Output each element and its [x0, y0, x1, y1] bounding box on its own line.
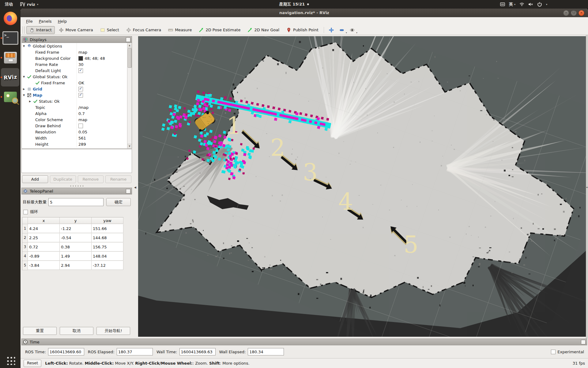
tool-measure[interactable]: Measure — [165, 26, 195, 34]
cell-x[interactable]: -0.89 — [28, 252, 60, 261]
tree-row[interactable]: ▼Map — [22, 92, 132, 98]
duplicate-button[interactable]: Duplicate — [50, 175, 76, 183]
property-value[interactable]: 289 — [78, 142, 86, 147]
teleop-panel-header[interactable]: TeleopPanel — [21, 188, 132, 194]
render-viewport[interactable]: 12345 — [138, 36, 586, 337]
goal-count-input[interactable] — [48, 198, 104, 206]
tree-row[interactable]: Color Schememap — [22, 117, 132, 123]
cell-yaw[interactable]: 144.68 — [92, 233, 123, 242]
cell-y[interactable]: 0.38 — [60, 243, 92, 251]
teleop-button-1[interactable]: 取消 — [60, 327, 93, 335]
property-value[interactable]: /map — [78, 105, 89, 110]
checkbox[interactable] — [78, 124, 83, 128]
expander-closed-icon[interactable]: ▶ — [23, 88, 27, 90]
tree-row[interactable]: Topic/map — [22, 104, 132, 110]
tree-row[interactable]: Width561 — [22, 135, 132, 141]
tool-2d-nav-goal[interactable]: 2D Nav Goal — [244, 26, 282, 34]
cell-x[interactable]: 4.24 — [28, 224, 60, 233]
tree-row[interactable]: Resolution0.05 — [22, 129, 132, 135]
panel-float-button[interactable] — [126, 189, 130, 194]
cell-yaw[interactable]: 156.75 — [92, 243, 123, 251]
collapse-panel-arrow-icon[interactable]: ◀ — [134, 186, 136, 189]
tree-row[interactable]: Height289 — [22, 141, 132, 147]
panel-float-button[interactable] — [581, 340, 586, 344]
tool-2d-pose-estimate[interactable]: 2D Pose Estimate — [196, 26, 243, 34]
tool-interact[interactable]: Interact — [26, 26, 55, 34]
property-value[interactable]: 0.05 — [78, 130, 87, 134]
property-value[interactable]: map — [78, 50, 87, 55]
volume-muted-icon[interactable] — [528, 2, 533, 7]
show-applications-icon[interactable] — [6, 355, 15, 365]
maximize-button[interactable] — [571, 10, 577, 16]
column-header-yaw[interactable]: yaw — [92, 217, 123, 224]
teleop-button-0[interactable]: 重置 — [23, 327, 57, 335]
cell-yaw[interactable]: 148.04 — [92, 252, 123, 261]
teleop-button-2[interactable]: 开始导航! — [96, 327, 130, 335]
cell-y[interactable]: 1.49 — [60, 252, 92, 261]
zoom-out-button[interactable]: ▾ — [337, 27, 346, 33]
input-language-switcher[interactable]: 英 ▾ — [509, 2, 515, 7]
activities-button[interactable]: 活动 — [3, 2, 15, 7]
expander-closed-icon[interactable]: ▶ — [29, 100, 33, 103]
time-field-input[interactable] — [117, 348, 153, 355]
tree-row[interactable]: Fixed FrameOK — [22, 80, 132, 86]
property-value[interactable]: map — [78, 117, 87, 122]
cell-x[interactable]: -3.84 — [28, 261, 60, 270]
add-button[interactable]: Add — [22, 175, 48, 183]
tool-focus-camera[interactable]: Focus Camera — [123, 26, 164, 34]
time-panel-header[interactable]: Time — [21, 339, 587, 345]
panel-float-button[interactable] — [126, 37, 130, 42]
panel-splitter-handle[interactable] — [70, 185, 84, 187]
right-dock-strip[interactable]: ◂ — [586, 35, 588, 339]
expander-open-icon[interactable]: ▼ — [23, 45, 27, 48]
property-value[interactable]: 30 — [78, 62, 84, 67]
dock-item-rviz[interactable]: RViz — [0, 67, 21, 87]
app-menu[interactable]: rviz ▾ — [20, 2, 38, 7]
visibility-button[interactable]: ▾ — [348, 27, 356, 33]
dock-item-image-viewer[interactable] — [0, 87, 21, 107]
cell-y[interactable]: -0.54 — [60, 233, 92, 242]
zoom-in-button[interactable] — [327, 27, 336, 33]
cell-x[interactable]: 2.25 — [28, 233, 60, 242]
scroll-down-icon[interactable]: ▼ — [127, 144, 132, 148]
time-field-input[interactable] — [248, 348, 284, 355]
cell-x[interactable]: 0.72 — [28, 243, 60, 251]
dock-item-terminal[interactable]: >_ — [0, 28, 21, 48]
tree-row[interactable]: Background Color48; 48; 48 — [22, 55, 132, 61]
time-field-input[interactable] — [179, 348, 216, 355]
wifi-icon[interactable] — [519, 2, 524, 7]
collapse-panel-arrow-icon[interactable]: ◂ — [586, 186, 587, 189]
power-icon[interactable] — [537, 2, 542, 7]
menu-item-file[interactable]: File — [23, 18, 36, 25]
confirm-button[interactable]: 确定 — [106, 198, 131, 206]
keyboard-indicator-icon[interactable] — [500, 2, 505, 7]
tree-row[interactable]: Draw Behind — [22, 123, 132, 129]
loop-checkbox[interactable] — [23, 210, 28, 214]
checkbox[interactable] — [78, 93, 83, 98]
tree-row[interactable]: ▼Global Status: Ok — [22, 74, 132, 80]
tree-row[interactable]: ▶Status: Ok — [22, 98, 132, 104]
tree-row[interactable]: Default Light — [22, 67, 132, 74]
toolbar-drag-handle[interactable] — [22, 27, 25, 33]
tree-scrollbar[interactable]: ▲ ▼ — [127, 43, 132, 148]
tree-row[interactable]: Fixed Framemap — [22, 49, 132, 55]
dock-item-firefox[interactable] — [0, 9, 21, 28]
tree-row[interactable]: ▶Grid — [22, 86, 132, 92]
minimize-button[interactable]: – — [563, 10, 569, 16]
reset-button[interactable]: Reset — [24, 360, 41, 367]
clock[interactable]: 星期五 15∶21 — [279, 0, 309, 9]
menu-item-help[interactable]: Help — [55, 18, 70, 25]
close-button[interactable]: ✕ — [579, 10, 584, 16]
tool-select[interactable]: Select — [97, 26, 122, 34]
column-header-x[interactable]: x — [28, 217, 60, 224]
tool-move-camera[interactable]: Move Camera — [56, 26, 96, 34]
window-titlebar[interactable]: navigation.rviz* - RViz – ✕ — [21, 9, 588, 17]
time-field-input[interactable] — [48, 348, 84, 355]
property-value[interactable]: 48; 48; 48 — [85, 56, 105, 61]
experimental-checkbox[interactable] — [551, 350, 556, 354]
dock-item-files[interactable] — [0, 48, 21, 67]
menu-item-panels[interactable]: Panels — [36, 18, 55, 25]
cell-yaw[interactable]: 151.66 — [92, 224, 123, 233]
tree-row[interactable]: Frame Rate30 — [22, 61, 132, 67]
scrollbar-thumb[interactable] — [128, 48, 132, 68]
